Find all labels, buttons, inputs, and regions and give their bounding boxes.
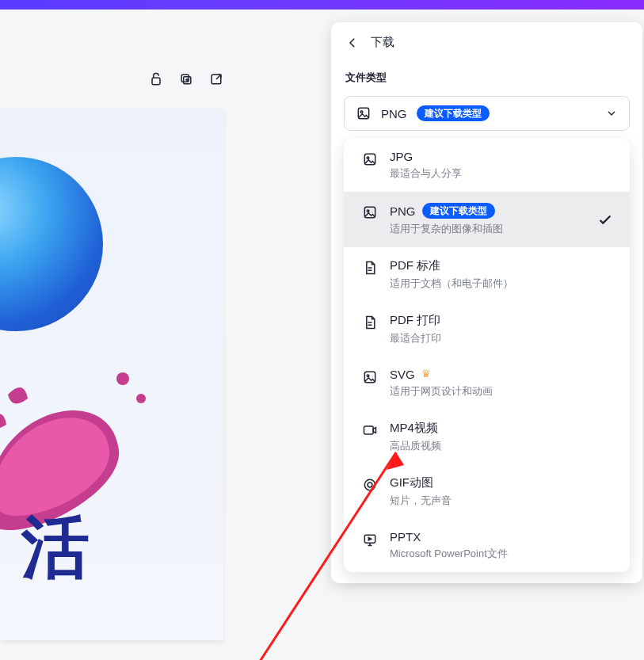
option-subtitle: 适用于复杂的图像和插图 <box>390 222 503 236</box>
slides-icon <box>361 530 379 547</box>
design-artboard[interactable]: ∶| 活 <box>0 109 223 640</box>
image-icon <box>361 368 379 385</box>
file-type-options: JPG最适合与人分享PNG建议下载类型适用于复杂的图像和插图PDF 标准适用于文… <box>344 139 630 572</box>
option-title: PDF 标准 <box>390 258 513 273</box>
chevron-down-icon <box>605 107 618 120</box>
svg-rect-0 <box>152 78 160 84</box>
option-title-label: PPTX <box>390 530 421 544</box>
file-type-option[interactable]: GIF动图短片，无声音 <box>344 464 630 519</box>
selected-format-label: PNG <box>381 107 407 120</box>
option-subtitle: 适用于文档（和电子邮件） <box>390 277 513 291</box>
option-title-label: MP4视频 <box>390 421 438 436</box>
back-icon[interactable] <box>345 36 360 50</box>
download-panel: 下载 文件类型 PNG 建议下载类型 JPG最适合与人分享PNG建议下载类型适用… <box>331 22 642 583</box>
video-icon <box>361 421 379 438</box>
file-type-option[interactable]: MP4视频高品质视频 <box>344 410 630 464</box>
pdf-icon <box>361 313 379 330</box>
option-title-label: PDF 打印 <box>390 313 440 328</box>
option-text: PDF 标准适用于文档（和电子邮件） <box>390 258 513 291</box>
option-title: GIF动图 <box>390 475 452 490</box>
option-title: PDF 打印 <box>390 313 441 328</box>
recommended-badge: 建议下载类型 <box>422 203 495 219</box>
export-icon[interactable] <box>208 71 224 87</box>
recommended-badge: 建议下载类型 <box>417 105 490 121</box>
option-subtitle: 适用于网页设计和动画 <box>390 384 493 399</box>
lock-icon[interactable] <box>148 71 164 87</box>
workspace: ∶| 活 下载 文件类型 PNG 建议下载类型 <box>0 10 644 660</box>
option-subtitle: 高品质视频 <box>390 439 441 453</box>
option-title: SVG♛ <box>390 368 493 381</box>
option-title-label: JPG <box>390 150 413 163</box>
file-type-option[interactable]: PDF 打印最适合打印 <box>344 302 630 357</box>
svg-point-9 <box>367 157 369 159</box>
option-title-label: GIF动图 <box>390 475 433 490</box>
design-sphere <box>0 157 103 331</box>
panel-header: 下载 <box>331 22 642 64</box>
option-text: MP4视频高品质视频 <box>390 421 441 453</box>
image-icon <box>356 105 372 121</box>
option-title: PNG建议下载类型 <box>390 203 503 219</box>
option-subtitle: 最适合打印 <box>390 331 441 345</box>
panel-title: 下载 <box>371 35 394 50</box>
option-text: PPTXMicrosoft PowerPoint文件 <box>390 530 508 561</box>
option-text: PNG建议下载类型适用于复杂的图像和插图 <box>390 203 503 236</box>
option-title-label: SVG <box>390 368 415 381</box>
option-title: JPG <box>390 150 462 163</box>
option-text: GIF动图短片，无声音 <box>390 475 452 508</box>
svg-rect-14 <box>364 426 374 434</box>
pdf-icon <box>361 258 379 276</box>
gif-icon <box>361 475 379 493</box>
file-type-option[interactable]: PPTXMicrosoft PowerPoint文件 <box>344 519 630 572</box>
image-icon <box>361 203 379 220</box>
file-type-option[interactable]: PDF 标准适用于文档（和电子邮件） <box>344 247 630 302</box>
file-type-option[interactable]: JPG最适合与人分享 <box>344 139 630 192</box>
option-subtitle: Microsoft PowerPoint文件 <box>390 547 508 561</box>
svg-point-15 <box>364 479 375 490</box>
design-headline: ∶| 活 <box>0 502 91 594</box>
option-text: PDF 打印最适合打印 <box>390 313 441 345</box>
duplicate-icon[interactable] <box>178 71 194 87</box>
option-text: JPG最适合与人分享 <box>390 150 462 181</box>
svg-point-16 <box>368 483 372 487</box>
mini-toolbar <box>148 71 224 87</box>
file-type-label: 文件类型 <box>331 64 642 91</box>
option-title: MP4视频 <box>390 421 441 436</box>
file-type-option[interactable]: SVG♛适用于网页设计和动画 <box>344 357 630 410</box>
image-icon <box>361 150 379 167</box>
crown-icon: ♛ <box>421 368 431 380</box>
top-gradient-bar <box>0 0 644 10</box>
option-title: PPTX <box>390 530 508 544</box>
svg-point-13 <box>367 375 369 377</box>
svg-point-5 <box>136 394 146 403</box>
svg-point-4 <box>116 372 129 385</box>
svg-point-7 <box>360 111 363 113</box>
option-title-label: PNG <box>390 204 416 218</box>
svg-point-11 <box>367 210 369 212</box>
option-subtitle: 短片，无声音 <box>390 494 452 508</box>
file-type-option[interactable]: PNG建议下载类型适用于复杂的图像和插图 <box>344 192 630 247</box>
option-title-label: PDF 标准 <box>390 258 440 273</box>
check-icon <box>596 211 614 228</box>
option-subtitle: 最适合与人分享 <box>390 166 462 181</box>
file-type-dropdown[interactable]: PNG 建议下载类型 <box>344 96 630 131</box>
option-text: SVG♛适用于网页设计和动画 <box>390 368 493 399</box>
